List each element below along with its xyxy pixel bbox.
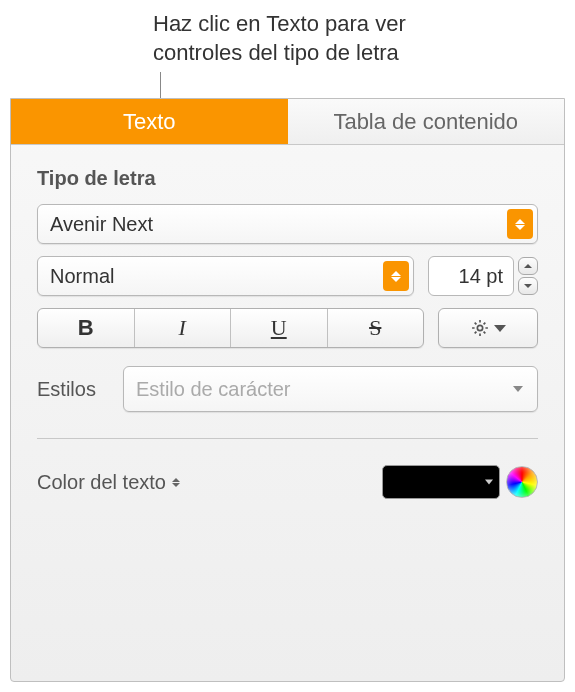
tab-table-of-contents[interactable]: Tabla de contenido — [288, 99, 565, 144]
tab-text[interactable]: Texto — [11, 99, 288, 144]
chevron-down-icon — [494, 325, 506, 332]
character-styles-label: Estilos — [37, 378, 107, 401]
advanced-options-button[interactable] — [438, 308, 538, 348]
character-style-placeholder: Estilo de carácter — [136, 378, 291, 401]
font-size-step-up[interactable] — [518, 257, 538, 275]
popup-arrows-icon — [383, 261, 409, 291]
font-size-value: 14 pt — [459, 265, 503, 288]
popup-arrows-icon — [507, 209, 533, 239]
text-format-segmented: B I U S — [37, 308, 424, 348]
font-size-field[interactable]: 14 pt — [428, 256, 514, 296]
panel-content: Tipo de letra Avenir Next Normal 14 pt — [11, 145, 564, 521]
strikethrough-button[interactable]: S — [328, 309, 424, 347]
annotation-line-2: controles del tipo de letra — [153, 40, 399, 65]
strike-glyph: S — [369, 315, 381, 341]
callout-annotation: Haz clic en Texto para ver controles del… — [153, 10, 406, 67]
svg-point-0 — [477, 325, 482, 330]
bold-button[interactable]: B — [38, 309, 135, 347]
text-color-swatch[interactable] — [382, 465, 500, 499]
updown-arrows-icon — [172, 478, 180, 487]
italic-button[interactable]: I — [135, 309, 232, 347]
underline-button[interactable]: U — [231, 309, 328, 347]
section-divider — [37, 438, 538, 439]
text-color-label: Color del texto — [37, 471, 166, 494]
annotation-line-1: Haz clic en Texto para ver — [153, 11, 406, 36]
character-style-popup[interactable]: Estilo de carácter — [123, 366, 538, 412]
tab-toc-label: Tabla de contenido — [333, 109, 518, 135]
font-style-value: Normal — [50, 265, 114, 288]
font-style-popup[interactable]: Normal — [37, 256, 414, 296]
font-family-popup[interactable]: Avenir Next — [37, 204, 538, 244]
bold-glyph: B — [78, 315, 94, 341]
color-wheel-button[interactable] — [506, 466, 538, 498]
chevron-down-icon — [513, 386, 523, 392]
font-size-stepper — [518, 257, 538, 295]
gear-icon — [470, 318, 490, 338]
underline-glyph: U — [271, 315, 287, 341]
font-size-group: 14 pt — [428, 256, 538, 296]
text-color-controls — [382, 465, 538, 499]
tab-bar: Texto Tabla de contenido — [11, 99, 564, 145]
font-size-step-down[interactable] — [518, 277, 538, 295]
font-section-label: Tipo de letra — [37, 167, 538, 190]
tab-text-label: Texto — [123, 109, 176, 135]
font-family-value: Avenir Next — [50, 213, 153, 236]
italic-glyph: I — [179, 315, 186, 341]
format-inspector-panel: Texto Tabla de contenido Tipo de letra A… — [10, 98, 565, 682]
text-color-popup-label[interactable]: Color del texto — [37, 471, 180, 494]
